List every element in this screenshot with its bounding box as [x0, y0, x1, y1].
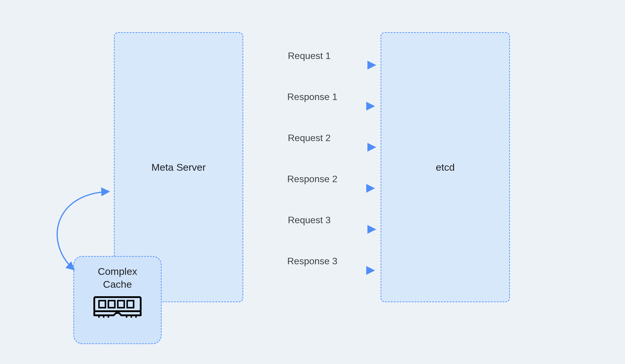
ram-icon — [93, 295, 142, 321]
flow-label: Request 2 — [288, 133, 331, 143]
etcd-node: etcd — [381, 32, 510, 302]
svg-rect-3 — [118, 301, 124, 308]
flow-label: Response 3 — [287, 256, 337, 267]
flow-label: Response 1 — [287, 92, 337, 102]
flow-label: Request 1 — [288, 50, 331, 61]
meta-server-label: Meta Server — [151, 162, 206, 173]
svg-rect-2 — [108, 301, 115, 308]
etcd-label: etcd — [436, 162, 455, 173]
flow-label: Response 2 — [287, 174, 337, 184]
svg-rect-1 — [99, 301, 105, 308]
cache-label-line2: Cache — [103, 278, 132, 291]
svg-rect-4 — [127, 301, 134, 308]
cache-label-line1: Complex — [98, 265, 137, 278]
diagram-canvas: Meta Server etcd Complex Cache — [0, 0, 625, 364]
cache-node: Complex Cache — [73, 256, 162, 344]
flow-label: Request 3 — [288, 215, 331, 226]
